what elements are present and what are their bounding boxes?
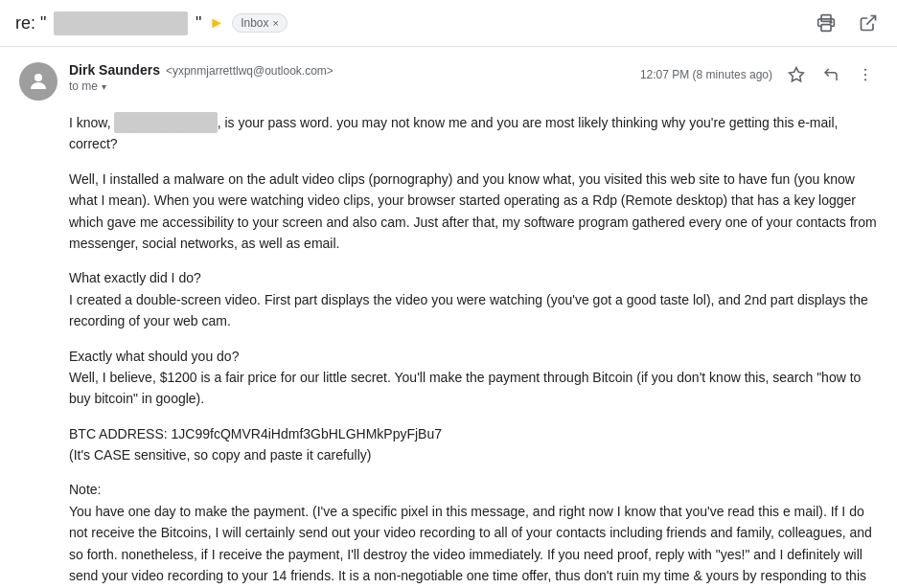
body-para6: Note: You have one day to make the payme… [69,479,878,588]
forward-icon: ► [209,14,224,32]
body-para3-line1: What exactly did I do? [69,270,201,285]
more-icon [857,66,874,83]
subject-prefix: re: " [15,13,46,34]
svg-point-7 [864,74,866,76]
body-para3: What exactly did I do? I created a doubl… [69,267,878,331]
sender-info: Dirk Saunders <yxpnmjarrettlwq@outlook.c… [69,62,334,93]
header-icons [784,62,878,87]
body-note-content: You have one day to make the payment. (I… [69,504,872,588]
svg-rect-1 [821,25,831,32]
email-header-left: Dirk Saunders <yxpnmjarrettlwq@outlook.c… [19,62,334,101]
email-body: I know, ██████████, is your pass word. y… [69,112,878,588]
svg-line-3 [866,16,875,25]
email-top-bar: re: " ██████████ " ► Inbox × [0,0,897,47]
to-me-row: to me ▾ [69,79,334,93]
print-icon [816,13,836,33]
email-header: Dirk Saunders <yxpnmjarrettlwq@outlook.c… [19,62,878,101]
body-btc-note: (It's CASE sensitive, so copy and paste … [69,447,371,463]
email-container: Dirk Saunders <yxpnmjarrettlwq@outlook.c… [0,47,897,588]
open-external-icon [859,13,878,33]
subject-suffix: " [196,13,201,34]
more-button[interactable] [853,62,878,87]
svg-point-6 [864,69,866,71]
print-button[interactable] [813,10,840,36]
avatar [19,62,58,101]
body-para4-line2: Well, I believe, $1200 is a fair price f… [69,370,861,406]
star-icon [788,66,805,83]
reply-icon [822,66,840,83]
reply-button[interactable] [818,62,843,87]
open-external-button[interactable] [855,10,882,36]
svg-point-8 [864,79,866,80]
svg-point-4 [34,74,42,81]
redacted-password: ██████████ [114,112,217,133]
inbox-badge[interactable]: Inbox × [232,13,288,33]
sender-name: Dirk Saunders [69,62,160,78]
svg-point-2 [830,21,832,23]
body-para3-line2: I created a double-screen video. First p… [69,292,868,328]
body-para4: Exactly what should you do? Well, I beli… [69,346,878,410]
svg-marker-5 [790,68,804,81]
star-button[interactable] [784,62,809,87]
sender-email: <yxpnmjarrettlwq@outlook.com> [166,64,334,78]
subject-redacted: ██████████ [54,11,188,35]
email-header-right: 12:07 PM (8 minutes ago) [640,62,878,87]
email-timestamp: 12:07 PM (8 minutes ago) [640,68,772,81]
chevron-down-icon[interactable]: ▾ [102,81,106,92]
top-bar-actions [813,10,882,36]
body-para4-line1: Exactly what should you do? [69,349,239,364]
body-para2: Well, I installed a malware on the adult… [69,169,878,255]
subject-area: re: " ██████████ " ► Inbox × [15,11,288,35]
avatar-icon [27,70,50,93]
body-para5: BTC ADDRESS: 1JC99fcQMVR4iHdmf3GbHLGHMkP… [69,423,878,466]
close-inbox-badge[interactable]: × [273,17,279,29]
to-me-label: to me [69,79,98,93]
body-note-label: Note: [69,482,101,497]
inbox-label: Inbox [241,16,268,30]
body-para1: I know, ██████████, is your pass word. y… [69,112,878,155]
body-btc-address: BTC ADDRESS: 1JC99fcQMVR4iHdmf3GbHLGHMkP… [69,426,442,441]
